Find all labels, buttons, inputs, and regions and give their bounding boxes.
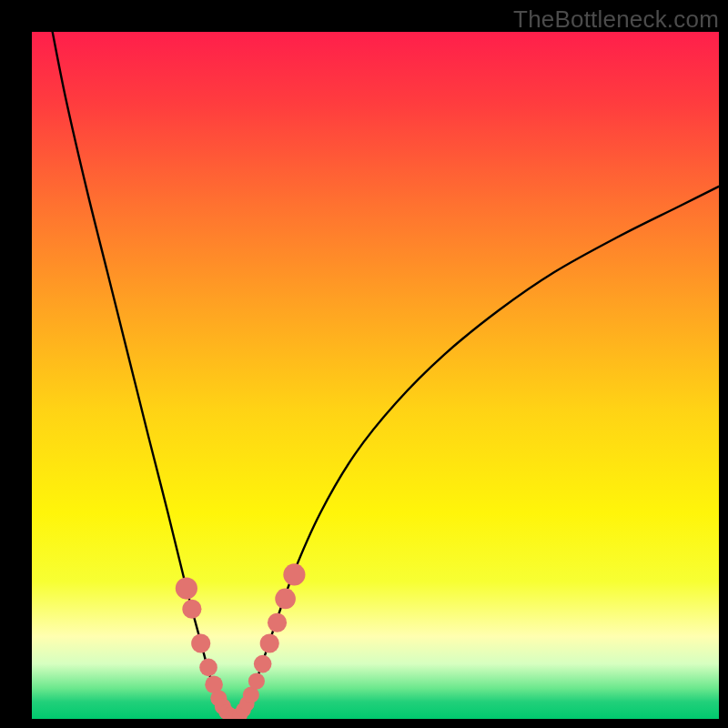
- bottleneck-chart: [32, 32, 719, 719]
- gradient-background: [32, 32, 719, 719]
- marker-dot: [260, 633, 279, 652]
- marker-dot: [248, 672, 265, 689]
- marker-dot: [254, 655, 272, 673]
- chart-frame: TheBottleneck.com: [0, 0, 728, 728]
- marker-dot: [176, 577, 197, 599]
- marker-dot: [182, 600, 201, 619]
- marker-dot: [275, 589, 296, 610]
- marker-dot: [283, 563, 305, 585]
- marker-dot: [199, 659, 217, 677]
- plot-area: [32, 32, 719, 719]
- marker-dot: [191, 633, 210, 652]
- watermark-text: TheBottleneck.com: [513, 5, 719, 34]
- marker-dot: [268, 613, 287, 632]
